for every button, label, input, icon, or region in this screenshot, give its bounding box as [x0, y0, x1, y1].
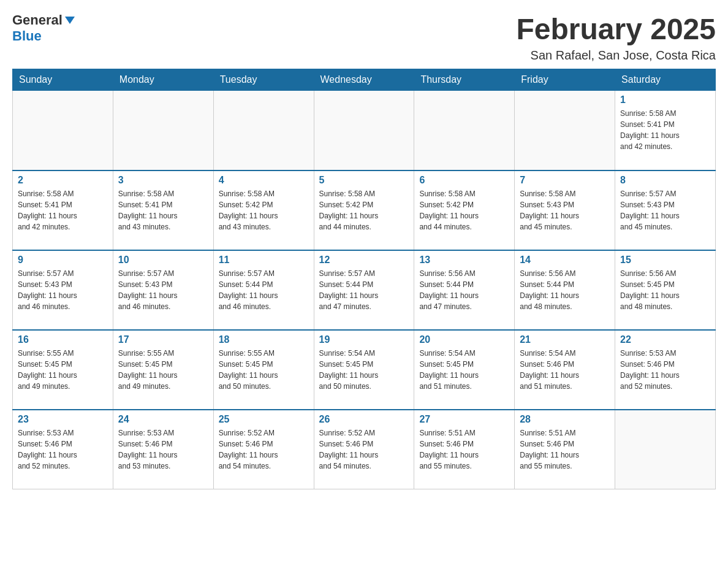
calendar-cell	[515, 91, 615, 170]
day-info: Sunrise: 5:51 AM Sunset: 5:46 PM Dayligh…	[419, 427, 509, 472]
calendar-day-header: Wednesday	[314, 69, 414, 91]
calendar-cell	[414, 91, 515, 170]
calendar-cell: 26Sunrise: 5:52 AM Sunset: 5:46 PM Dayli…	[314, 410, 414, 489]
day-info: Sunrise: 5:53 AM Sunset: 5:46 PM Dayligh…	[118, 427, 208, 472]
day-info: Sunrise: 5:58 AM Sunset: 5:41 PM Dayligh…	[118, 188, 208, 232]
calendar-day-header: Monday	[113, 69, 213, 91]
calendar-header-row: SundayMondayTuesdayWednesdayThursdayFrid…	[13, 69, 716, 91]
calendar-cell	[213, 91, 314, 170]
calendar-cell: 25Sunrise: 5:52 AM Sunset: 5:46 PM Dayli…	[213, 410, 314, 489]
calendar-day-header: Thursday	[414, 69, 515, 91]
day-number: 5	[319, 175, 409, 186]
calendar-week-row: 16Sunrise: 5:55 AM Sunset: 5:45 PM Dayli…	[13, 330, 716, 410]
day-info: Sunrise: 5:58 AM Sunset: 5:42 PM Dayligh…	[419, 188, 509, 232]
calendar-cell: 4Sunrise: 5:58 AM Sunset: 5:42 PM Daylig…	[213, 170, 314, 250]
calendar-cell: 8Sunrise: 5:57 AM Sunset: 5:43 PM Daylig…	[615, 170, 716, 250]
calendar-day-header: Sunday	[13, 69, 113, 91]
day-number: 2	[18, 175, 108, 186]
calendar-week-row: 23Sunrise: 5:53 AM Sunset: 5:46 PM Dayli…	[13, 410, 716, 489]
title-section: February 2025 San Rafael, San Jose, Cost…	[516, 12, 716, 63]
day-info: Sunrise: 5:51 AM Sunset: 5:46 PM Dayligh…	[520, 427, 610, 472]
day-number: 4	[219, 175, 309, 186]
calendar-cell: 10Sunrise: 5:57 AM Sunset: 5:43 PM Dayli…	[113, 250, 213, 330]
calendar-cell: 15Sunrise: 5:56 AM Sunset: 5:45 PM Dayli…	[615, 250, 716, 330]
calendar-week-row: 9Sunrise: 5:57 AM Sunset: 5:43 PM Daylig…	[13, 250, 716, 330]
day-info: Sunrise: 5:52 AM Sunset: 5:46 PM Dayligh…	[219, 427, 309, 472]
day-number: 12	[319, 255, 409, 266]
logo-triangle-icon	[65, 17, 75, 24]
day-info: Sunrise: 5:58 AM Sunset: 5:41 PM Dayligh…	[18, 188, 108, 232]
calendar-day-header: Friday	[515, 69, 615, 91]
calendar-cell: 11Sunrise: 5:57 AM Sunset: 5:44 PM Dayli…	[213, 250, 314, 330]
day-info: Sunrise: 5:58 AM Sunset: 5:42 PM Dayligh…	[219, 188, 309, 232]
day-info: Sunrise: 5:58 AM Sunset: 5:42 PM Dayligh…	[319, 188, 409, 232]
day-number: 28	[520, 414, 610, 425]
calendar-day-header: Tuesday	[213, 69, 314, 91]
day-number: 17	[118, 334, 208, 345]
calendar-cell	[314, 91, 414, 170]
day-number: 19	[319, 334, 409, 345]
calendar-cell: 9Sunrise: 5:57 AM Sunset: 5:43 PM Daylig…	[13, 250, 113, 330]
calendar-week-row: 1Sunrise: 5:58 AM Sunset: 5:41 PM Daylig…	[13, 91, 716, 170]
day-number: 13	[419, 255, 509, 266]
day-info: Sunrise: 5:57 AM Sunset: 5:43 PM Dayligh…	[118, 268, 208, 312]
calendar-cell: 12Sunrise: 5:57 AM Sunset: 5:44 PM Dayli…	[314, 250, 414, 330]
day-number: 6	[419, 175, 509, 186]
calendar-cell: 17Sunrise: 5:55 AM Sunset: 5:45 PM Dayli…	[113, 330, 213, 410]
calendar-cell: 28Sunrise: 5:51 AM Sunset: 5:46 PM Dayli…	[515, 410, 615, 489]
day-number: 23	[18, 414, 108, 425]
logo-blue-text: Blue	[12, 28, 42, 44]
logo: General Blue	[12, 12, 75, 44]
calendar-cell: 5Sunrise: 5:58 AM Sunset: 5:42 PM Daylig…	[314, 170, 414, 250]
day-info: Sunrise: 5:56 AM Sunset: 5:44 PM Dayligh…	[419, 268, 509, 312]
day-number: 10	[118, 255, 208, 266]
day-info: Sunrise: 5:52 AM Sunset: 5:46 PM Dayligh…	[319, 427, 409, 472]
day-number: 15	[620, 255, 710, 266]
calendar-cell: 27Sunrise: 5:51 AM Sunset: 5:46 PM Dayli…	[414, 410, 515, 489]
calendar-cell	[615, 410, 716, 489]
calendar-cell: 16Sunrise: 5:55 AM Sunset: 5:45 PM Dayli…	[13, 330, 113, 410]
day-info: Sunrise: 5:53 AM Sunset: 5:46 PM Dayligh…	[18, 427, 108, 472]
location: San Rafael, San Jose, Costa Rica	[516, 48, 716, 63]
day-info: Sunrise: 5:57 AM Sunset: 5:44 PM Dayligh…	[319, 268, 409, 312]
day-number: 7	[520, 175, 610, 186]
day-info: Sunrise: 5:58 AM Sunset: 5:41 PM Dayligh…	[620, 108, 710, 152]
day-number: 18	[219, 334, 309, 345]
calendar-cell: 23Sunrise: 5:53 AM Sunset: 5:46 PM Dayli…	[13, 410, 113, 489]
calendar-cell: 14Sunrise: 5:56 AM Sunset: 5:44 PM Dayli…	[515, 250, 615, 330]
day-number: 20	[419, 334, 509, 345]
month-title: February 2025	[516, 12, 716, 46]
day-info: Sunrise: 5:53 AM Sunset: 5:46 PM Dayligh…	[620, 348, 710, 392]
day-number: 8	[620, 175, 710, 186]
day-number: 25	[219, 414, 309, 425]
calendar-day-header: Saturday	[615, 69, 716, 91]
day-info: Sunrise: 5:55 AM Sunset: 5:45 PM Dayligh…	[219, 348, 309, 392]
day-info: Sunrise: 5:57 AM Sunset: 5:43 PM Dayligh…	[620, 188, 710, 232]
calendar-cell: 13Sunrise: 5:56 AM Sunset: 5:44 PM Dayli…	[414, 250, 515, 330]
page-header: General Blue February 2025 San Rafael, S…	[12, 12, 716, 63]
day-number: 22	[620, 334, 710, 345]
calendar-cell: 2Sunrise: 5:58 AM Sunset: 5:41 PM Daylig…	[13, 170, 113, 250]
calendar-cell: 7Sunrise: 5:58 AM Sunset: 5:43 PM Daylig…	[515, 170, 615, 250]
day-number: 26	[319, 414, 409, 425]
day-number: 1	[620, 94, 710, 105]
calendar-cell: 3Sunrise: 5:58 AM Sunset: 5:41 PM Daylig…	[113, 170, 213, 250]
calendar-cell: 20Sunrise: 5:54 AM Sunset: 5:45 PM Dayli…	[414, 330, 515, 410]
day-info: Sunrise: 5:54 AM Sunset: 5:45 PM Dayligh…	[419, 348, 509, 392]
calendar-cell: 21Sunrise: 5:54 AM Sunset: 5:46 PM Dayli…	[515, 330, 615, 410]
calendar-table: SundayMondayTuesdayWednesdayThursdayFrid…	[12, 69, 716, 489]
day-info: Sunrise: 5:55 AM Sunset: 5:45 PM Dayligh…	[118, 348, 208, 392]
calendar-cell: 19Sunrise: 5:54 AM Sunset: 5:45 PM Dayli…	[314, 330, 414, 410]
calendar-week-row: 2Sunrise: 5:58 AM Sunset: 5:41 PM Daylig…	[13, 170, 716, 250]
day-info: Sunrise: 5:55 AM Sunset: 5:45 PM Dayligh…	[18, 348, 108, 392]
day-number: 11	[219, 255, 309, 266]
calendar-cell: 1Sunrise: 5:58 AM Sunset: 5:41 PM Daylig…	[615, 91, 716, 170]
calendar-cell	[13, 91, 113, 170]
logo-general-text: General	[12, 12, 63, 28]
day-number: 9	[18, 255, 108, 266]
day-info: Sunrise: 5:54 AM Sunset: 5:46 PM Dayligh…	[520, 348, 610, 392]
day-info: Sunrise: 5:56 AM Sunset: 5:44 PM Dayligh…	[520, 268, 610, 312]
day-number: 3	[118, 175, 208, 186]
calendar-cell: 24Sunrise: 5:53 AM Sunset: 5:46 PM Dayli…	[113, 410, 213, 489]
day-number: 14	[520, 255, 610, 266]
